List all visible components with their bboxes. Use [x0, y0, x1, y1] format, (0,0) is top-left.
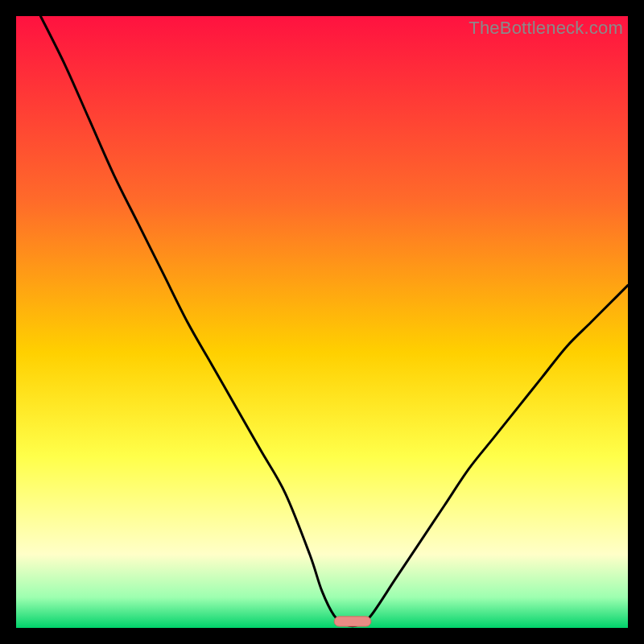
watermark-text: TheBottleneck.com: [469, 18, 623, 39]
chart-frame: TheBottleneck.com: [16, 16, 628, 628]
optimal-marker: [334, 617, 371, 626]
gradient-background: [16, 16, 628, 628]
bottleneck-plot: [16, 16, 628, 628]
